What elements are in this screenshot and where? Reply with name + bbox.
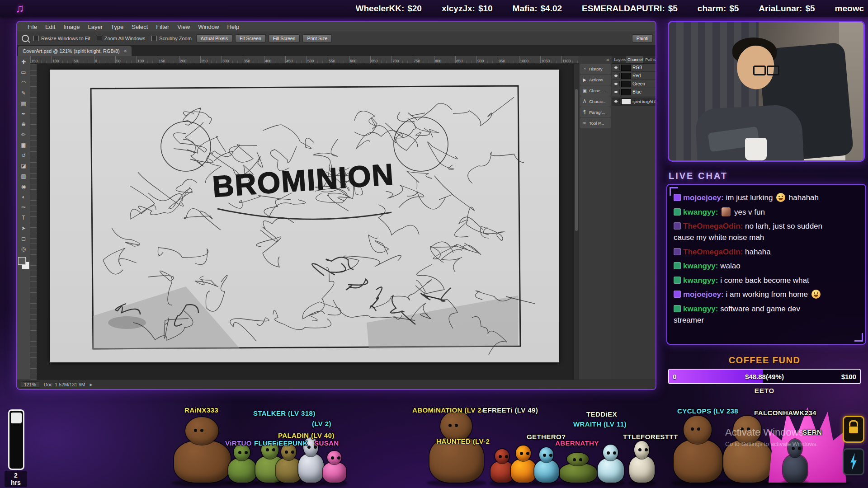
chat-text: software and game dev xyxy=(720,305,800,313)
layer-row[interactable]: spirit knight fi... xyxy=(612,98,656,106)
collapse-panels-icon[interactable]: « xyxy=(579,57,612,63)
zoom-tool[interactable]: ◎ xyxy=(18,244,29,254)
panel-button-history[interactable]: ◔ History xyxy=(580,64,611,74)
lasso-tool[interactable]: ◠ xyxy=(18,78,29,88)
gold-lock-icon[interactable] xyxy=(843,416,864,443)
clone-stamp-tool[interactable]: ▣ xyxy=(18,140,29,150)
color-swatches[interactable] xyxy=(18,257,29,272)
active-zoom-tool-icon[interactable] xyxy=(22,35,29,42)
chat-username[interactable]: kwangyy: xyxy=(683,262,720,270)
chat-username[interactable]: mojoejoey: xyxy=(683,290,726,299)
type-tool[interactable]: T xyxy=(18,213,29,223)
pen-tool[interactable]: ✑ xyxy=(18,202,29,213)
channel-row[interactable]: Red xyxy=(612,72,656,80)
checkbox-icon[interactable] xyxy=(33,36,39,41)
menu-item[interactable]: Image xyxy=(59,23,84,30)
channel-row[interactable]: RGB xyxy=(612,64,656,72)
option-checkbox[interactable]: Zoom All Windows xyxy=(97,36,145,41)
ruler-tick-label: 50 xyxy=(115,58,137,63)
gradient-tool[interactable]: ▥ xyxy=(18,171,29,182)
eraser-tool[interactable]: ◪ xyxy=(18,161,29,171)
stream-meter xyxy=(8,409,24,470)
foreground-color-swatch[interactable] xyxy=(18,257,26,265)
history-brush-tool[interactable]: ↺ xyxy=(18,150,29,161)
chat-username[interactable]: TheOmegaOdin: xyxy=(683,222,745,230)
option-checkbox[interactable]: Resize Windows to Fit xyxy=(33,36,90,41)
crop-tool[interactable]: ▦ xyxy=(18,99,29,109)
donor-entry: AriaLunar:$5 xyxy=(759,4,815,14)
panel-button-icon: ▣ xyxy=(582,88,587,93)
options-button[interactable]: Print Size xyxy=(302,34,332,42)
donor-name: ESMERALDAPUTRI: xyxy=(582,4,665,13)
shape-tool[interactable]: ◻ xyxy=(18,234,29,244)
panel-button-paragraph[interactable]: ¶ Paragr... xyxy=(580,107,611,117)
menu-item[interactable]: Type xyxy=(107,23,127,30)
document-canvas[interactable]: BROMINION xyxy=(50,70,559,362)
canvas-pasteboard[interactable]: BROMINION xyxy=(30,64,579,380)
overlay-corner-icons xyxy=(843,416,864,475)
visibility-eye-icon[interactable] xyxy=(613,89,620,94)
donor-entry: WheelerKK:$20 xyxy=(356,4,422,14)
checkbox-icon[interactable] xyxy=(151,36,157,41)
status-arrow-icon[interactable]: ▶ xyxy=(90,383,93,387)
chat-text: hahaha xyxy=(745,248,771,256)
zoom-level[interactable]: 121% xyxy=(21,381,39,388)
chat-message: kwangyy: i come back become what xyxy=(674,275,859,286)
visibility-eye-icon[interactable] xyxy=(613,99,620,104)
menu-item[interactable]: Filter xyxy=(152,23,173,30)
marquee-tool[interactable]: ▭ xyxy=(18,67,29,78)
workspace-button[interactable]: Painti xyxy=(632,34,653,42)
menu-item[interactable]: File xyxy=(24,23,41,30)
chat-text: i am working from home xyxy=(726,290,810,299)
layer-thumbnail xyxy=(621,99,631,105)
panel-button-label: Actions xyxy=(589,77,603,82)
options-button[interactable]: Fill Screen xyxy=(269,34,300,42)
chat-username[interactable]: kwangyy: xyxy=(683,305,720,313)
chat-username[interactable]: TheOmegaOdin: xyxy=(683,248,745,256)
visibility-eye-icon[interactable] xyxy=(613,81,620,86)
panel-tab[interactable]: Layers xyxy=(612,56,626,63)
chat-username[interactable]: mojoejoey: xyxy=(683,193,726,202)
menu-item[interactable]: View xyxy=(173,23,194,30)
healing-brush-tool[interactable]: ⊕ xyxy=(18,119,29,130)
panel-tab[interactable]: Channels xyxy=(626,56,643,63)
live-chat-panel[interactable]: mojoejoey: im just lurking hahahahkwangy… xyxy=(666,184,866,345)
options-button[interactable]: Actual Pixels xyxy=(196,34,232,42)
panel-button-character[interactable]: A Charac... xyxy=(580,96,611,107)
menu-item[interactable]: Edit xyxy=(41,23,59,30)
brush-tool[interactable]: ✏ xyxy=(18,130,29,140)
dodge-tool[interactable]: ◐ xyxy=(18,192,29,202)
document-tab[interactable]: CoverArt.psd @ 121% (spirit knight, RGB/… xyxy=(18,46,132,56)
quick-selection-tool[interactable]: ✎ xyxy=(18,88,29,99)
options-button[interactable]: Fit Screen xyxy=(235,34,266,42)
energy-bolt-icon[interactable] xyxy=(843,448,864,475)
tab-close-icon[interactable]: × xyxy=(124,48,127,54)
option-checkbox[interactable]: Scrubby Zoom xyxy=(151,36,192,41)
menu-item[interactable]: Window xyxy=(194,23,223,30)
chat-username[interactable]: kwangyy: xyxy=(683,276,720,285)
visibility-eye-icon[interactable] xyxy=(613,73,620,78)
canvas-scrollbar[interactable] xyxy=(574,64,579,380)
blur-tool[interactable]: ◉ xyxy=(18,182,29,192)
checkbox-label: Resize Windows to Fit xyxy=(41,36,90,41)
panel-button-actions[interactable]: ▶ Actions xyxy=(580,75,611,85)
channel-row[interactable]: Blue xyxy=(612,88,656,96)
tool-list: ✚▭◠✎▦✒⊕✏▣↺◪▥◉◐✑T➤◻◎ xyxy=(18,57,29,254)
menu-item[interactable]: Help xyxy=(223,23,243,30)
ruler-tick-label: 200 xyxy=(179,58,200,63)
chat-username[interactable]: kwangyy: xyxy=(683,208,720,216)
panel-button-label: Charac... xyxy=(589,99,607,104)
path-selection-tool[interactable]: ➤ xyxy=(18,223,29,234)
eyedropper-tool[interactable]: ✒ xyxy=(18,109,29,119)
checkbox-icon[interactable] xyxy=(97,36,102,41)
visibility-eye-icon[interactable] xyxy=(613,65,620,70)
panel-button-clone-source[interactable]: ▣ Clone ... xyxy=(580,85,611,96)
channel-row[interactable]: Green xyxy=(612,80,656,88)
panel-button-tool-presets[interactable]: ✑ Tool P... xyxy=(580,118,611,128)
move-tool[interactable]: ✚ xyxy=(18,57,29,67)
menu-item[interactable]: Select xyxy=(127,23,152,30)
music-note-icon[interactable]: ♫ xyxy=(15,1,24,15)
panel-tab[interactable]: Paths xyxy=(643,56,656,63)
chat-message: TheOmegaOdin: hahaha xyxy=(674,247,859,258)
menu-item[interactable]: Layer xyxy=(84,23,107,30)
